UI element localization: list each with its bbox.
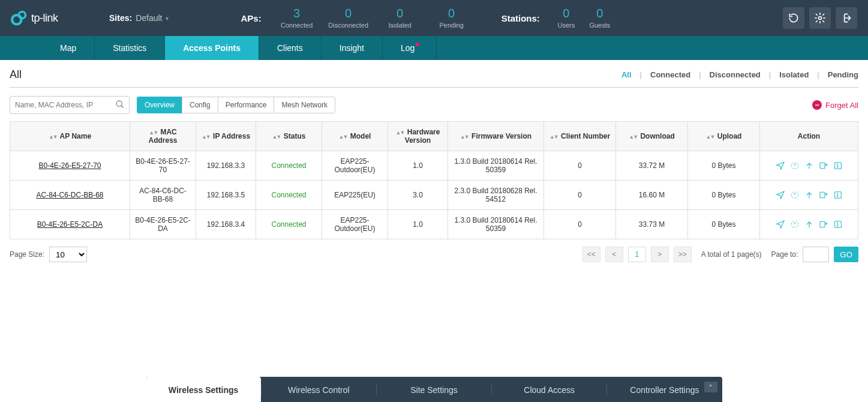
config-button[interactable]	[833, 190, 843, 200]
table-body: B0-4E-26-E5-27-70B0-4E-26-E5-27-70192.16…	[10, 151, 858, 239]
locate-button[interactable]	[776, 190, 785, 200]
refresh-button[interactable]	[783, 7, 804, 29]
move-button[interactable]	[819, 161, 828, 170]
locate-button[interactable]	[776, 220, 785, 229]
col-status[interactable]: ▲▼ Status	[256, 122, 322, 151]
status-text: Connected	[271, 161, 306, 170]
col-mac-address[interactable]: ▲▼ MAC Address	[130, 122, 196, 151]
ap-name-link[interactable]: B0-4E-26-E5-27-70	[38, 161, 101, 170]
col-download[interactable]: ▲▼ Download	[616, 122, 688, 151]
cell: 1.0	[388, 210, 448, 239]
filter-isolated[interactable]: Isolated	[779, 70, 809, 79]
cell: Connected	[256, 151, 322, 181]
station-stat[interactable]: 0Guests	[583, 7, 617, 29]
nav-item-log[interactable]: Log	[383, 36, 436, 60]
config-button[interactable]	[833, 220, 843, 229]
filter-disconnected[interactable]: Disconnected	[710, 70, 761, 79]
actions-cell	[760, 151, 858, 181]
col-hardware-version[interactable]: ▲▼ Hardware Version	[388, 122, 448, 151]
filter-pending[interactable]: Pending	[828, 70, 858, 79]
col-ip-address[interactable]: ▲▼ IP Address	[196, 122, 256, 151]
viewtab-performance[interactable]: Performance	[218, 97, 275, 113]
site-selector[interactable]: Sites: Default ▾	[109, 13, 169, 23]
locate-button[interactable]	[776, 161, 785, 170]
table-row: B0-4E-26-E5-27-70B0-4E-26-E5-27-70192.16…	[10, 151, 858, 181]
ap-name-link[interactable]: AC-84-C6-DC-BB-68	[36, 191, 103, 199]
nav-item-map[interactable]: Map	[42, 36, 94, 60]
filter-all[interactable]: All	[621, 70, 632, 79]
stat-label: Guests	[589, 22, 610, 29]
cell: Connected	[256, 210, 322, 239]
locate-icon	[776, 161, 785, 170]
viewtab-config[interactable]: Config	[182, 97, 218, 113]
cell: B0-4E-26-E5-27-70	[130, 151, 196, 181]
svg-rect-4	[820, 163, 825, 168]
stat-value: 0	[345, 7, 352, 19]
logout-button[interactable]	[836, 7, 857, 29]
col-client-number[interactable]: ▲▼ Client Number	[544, 122, 616, 151]
col-model[interactable]: ▲▼ Model	[322, 122, 388, 151]
reboot-button[interactable]	[790, 190, 800, 200]
nav-item-insight[interactable]: Insight	[322, 36, 382, 60]
sort-icon: ▲▼	[549, 134, 558, 140]
table-header-row: ▲▼ AP Name▲▼ MAC Address▲▼ IP Address▲▼ …	[10, 122, 858, 151]
ap-stat[interactable]: 0Disconnected	[323, 7, 374, 29]
upgrade-button[interactable]	[804, 220, 814, 229]
sort-icon: ▲▼	[49, 134, 57, 140]
forget-all-button[interactable]: − Forget All	[812, 100, 858, 110]
page-size-select[interactable]: 10	[49, 247, 87, 262]
ap-stat[interactable]: 0Isolated	[374, 7, 426, 29]
cell: 192.168.3.5	[196, 181, 256, 210]
col-ap-name[interactable]: ▲▼ AP Name	[10, 122, 130, 151]
nav-item-access-points[interactable]: Access Points	[165, 36, 259, 60]
sort-icon: ▲▼	[706, 134, 714, 140]
page-last-button[interactable]: >>	[674, 247, 692, 262]
viewtab-overview[interactable]: Overview	[137, 97, 182, 113]
ap-stat[interactable]: 3Connected	[271, 7, 323, 29]
col-firmware-version[interactable]: ▲▼ Firmware Version	[448, 122, 544, 151]
upgrade-button[interactable]	[804, 161, 814, 170]
config-button[interactable]	[833, 161, 843, 170]
move-button[interactable]	[819, 190, 828, 200]
chevron-down-icon: ▾	[166, 15, 169, 22]
stat-label: Pending	[439, 22, 463, 29]
reboot-button[interactable]	[790, 220, 800, 229]
page-goto-input[interactable]	[803, 247, 829, 262]
page-first-button[interactable]: <<	[582, 247, 600, 262]
cell: 0	[544, 210, 616, 239]
brand-logo: tp-link	[11, 10, 101, 26]
title-bar: All All|Connected|Disconnected|Isolated|…	[10, 68, 858, 88]
ap-stats-group: APs: 3Connected0Disconnected0Isolated0Pe…	[241, 7, 477, 29]
svg-point-2	[819, 17, 822, 20]
sort-icon: ▲▼	[149, 130, 157, 136]
topbar-actions	[783, 7, 857, 29]
move-button[interactable]	[819, 220, 828, 229]
viewtab-mesh-network[interactable]: Mesh Network	[274, 97, 335, 113]
page-prev-button[interactable]: <	[605, 247, 623, 262]
cell: 0	[544, 181, 616, 210]
stat-value: 0	[596, 7, 603, 19]
status-text: Connected	[271, 220, 306, 229]
ap-stat[interactable]: 0Pending	[426, 7, 477, 29]
config-icon	[833, 190, 843, 200]
cell: 1.3.0 Build 20180614 Rel. 50359	[448, 210, 544, 239]
settings-button[interactable]	[809, 7, 831, 29]
nav-item-clients[interactable]: Clients	[259, 36, 321, 60]
locate-icon	[776, 190, 785, 200]
page-next-button[interactable]: >	[651, 247, 669, 262]
station-stat[interactable]: 0Users	[549, 7, 583, 29]
upgrade-button[interactable]	[804, 190, 814, 200]
ap-name-link[interactable]: B0-4E-26-E5-2C-DA	[37, 220, 103, 229]
reboot-button[interactable]	[790, 161, 800, 170]
status-filters: All|Connected|Disconnected|Isolated|Pend…	[621, 70, 858, 79]
col-upload[interactable]: ▲▼ Upload	[688, 122, 760, 151]
cell: AC-84-C6-DC-BB-68	[10, 181, 130, 210]
filter-connected[interactable]: Connected	[650, 70, 690, 79]
svg-rect-8	[820, 221, 825, 227]
top-bar: tp-link Sites: Default ▾ APs: 3Connected…	[0, 0, 868, 36]
page-go-button[interactable]: GO	[834, 247, 858, 262]
nav-item-statistics[interactable]: Statistics	[95, 36, 164, 60]
search-icon[interactable]	[115, 100, 125, 111]
search-input[interactable]	[10, 96, 130, 114]
svg-point-1	[19, 12, 25, 19]
